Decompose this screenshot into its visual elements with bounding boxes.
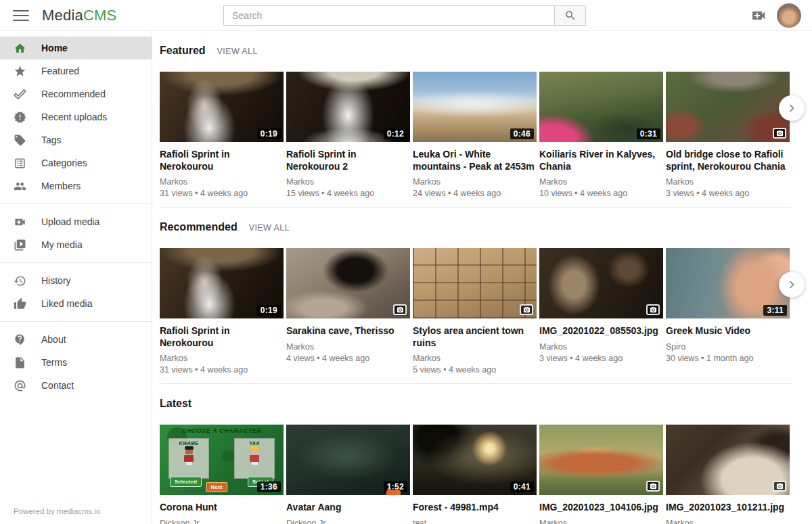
search-input[interactable]	[223, 5, 554, 26]
camera-icon	[773, 128, 786, 139]
media-card: Sarakina cave, TherissoMarkos4 views • 4…	[286, 248, 410, 375]
camera-icon	[773, 481, 786, 492]
sidebar-item-members[interactable]: Members	[0, 174, 152, 197]
media-author[interactable]: Markos	[286, 177, 410, 187]
media-author[interactable]: Markos	[286, 342, 410, 352]
media-thumbnail[interactable]: 0:46	[413, 72, 537, 142]
media-thumbnail[interactable]: 0:19	[160, 248, 284, 318]
media-meta: 10 views • 4 weeks ago	[539, 189, 663, 198]
upload-media-button[interactable]	[750, 7, 767, 24]
media-author[interactable]: Markos	[160, 177, 284, 187]
media-thumbnail[interactable]: 0:31	[539, 72, 663, 142]
media-title[interactable]: Greek Music Video	[666, 325, 790, 337]
media-thumbnail[interactable]: 0:19	[160, 72, 284, 142]
media-thumbnail[interactable]: 0:12	[286, 72, 410, 142]
media-title[interactable]: Corona Hunt	[160, 502, 284, 514]
view-all-link[interactable]: VIEW ALL	[249, 223, 290, 233]
sidebar-item-home[interactable]: Home	[0, 37, 152, 59]
media-title[interactable]: Stylos area ancient town ruins	[413, 325, 537, 349]
media-author[interactable]: test	[413, 519, 537, 524]
media-thumbnail[interactable]: 0:41	[413, 425, 537, 495]
media-author[interactable]: Markos	[539, 519, 663, 524]
sidebar-divider	[0, 321, 152, 322]
duration-badge: 0:19	[257, 128, 281, 139]
media-meta: 15 views • 4 weeks ago	[286, 189, 410, 198]
media-author[interactable]: Markos	[666, 519, 790, 524]
sidebar-item-recommended[interactable]: Recommended	[0, 82, 152, 105]
media-title[interactable]: Rafioli Sprint in Nerokourou	[160, 149, 284, 172]
media-title[interactable]: IMG_20201023_101211.jpg	[666, 502, 790, 514]
media-author[interactable]: Spiro	[666, 342, 790, 352]
chevron-right-icon	[784, 101, 799, 116]
media-title[interactable]: Koiliaris River in Kalyves, Chania	[539, 149, 663, 172]
game-character-sprite	[184, 448, 194, 465]
sidebar-item-label: Recent uploads	[41, 112, 107, 122]
media-author[interactable]: Markos	[666, 177, 790, 187]
hamburger-icon[interactable]	[13, 9, 29, 22]
view-all-link[interactable]: VIEW ALL	[217, 47, 258, 56]
media-author[interactable]: Markos	[413, 177, 537, 187]
sidebar-item-terms[interactable]: Terms	[0, 351, 152, 374]
sidebar-item-upload-media[interactable]: Upload media	[0, 210, 152, 233]
upload-media-icon	[14, 215, 27, 229]
media-card: 0:46Leuka Ori - White mountains - Peak a…	[413, 72, 537, 198]
media-title[interactable]: Forest - 49981.mp4	[413, 502, 537, 514]
sidebar-nav: HomeFeaturedRecommendedRecent uploadsTag…	[0, 37, 152, 397]
media-author[interactable]: Markos	[413, 354, 537, 363]
media-title[interactable]: Rafioli Sprint in Nerokourou	[160, 325, 284, 349]
sidebar-item-featured[interactable]: Featured	[0, 59, 152, 82]
home-icon	[14, 41, 27, 55]
brand-logo[interactable]: MediaCMS	[42, 7, 116, 24]
sidebar-item-about[interactable]: About	[0, 328, 152, 351]
video-upload-icon	[750, 7, 767, 24]
media-thumbnail[interactable]: CHOOSE A CHARACTERKWAMEYAASelectedNextSe…	[160, 425, 284, 495]
sidebar-item-my-media[interactable]: My media	[0, 233, 152, 256]
media-author[interactable]: Markos	[539, 177, 663, 187]
next-arrow-button[interactable]	[779, 272, 805, 297]
media-title[interactable]: Old bridge close to Rafioli sprint, Nero…	[666, 149, 790, 172]
duration-badge: 1:52	[384, 481, 407, 492]
media-meta: 4 views • 4 weeks ago	[286, 354, 410, 363]
media-card: IMG_20201023_101211.jpgMarkos4 views • 4…	[666, 425, 790, 524]
sidebar-item-contact[interactable]: Contact	[0, 374, 152, 397]
new-releases-icon	[14, 110, 27, 124]
media-title[interactable]: Leuka Ori - White mountains - Peak at 24…	[413, 149, 537, 172]
search-button[interactable]	[554, 5, 586, 26]
media-thumbnail[interactable]	[413, 248, 537, 318]
powered-by-link[interactable]: Powered by mediacms.io	[14, 507, 100, 515]
section-title: Featured	[160, 45, 206, 57]
media-thumbnail[interactable]	[539, 425, 663, 495]
media-author[interactable]: Dickson Jr.	[286, 519, 410, 524]
media-author[interactable]: Dickson Jr.	[160, 519, 284, 524]
media-title[interactable]: Sarakina cave, Therisso	[286, 325, 410, 337]
sidebar-item-categories[interactable]: Categories	[0, 151, 152, 174]
sidebar-item-history[interactable]: History	[0, 269, 152, 292]
media-title[interactable]: IMG_20201023_104106.jpg	[539, 502, 663, 514]
chevron-right-icon	[784, 277, 799, 292]
user-avatar[interactable]	[777, 3, 801, 28]
media-title[interactable]: Avatar Aang	[286, 502, 410, 514]
media-author[interactable]: Markos	[539, 342, 663, 352]
media-thumbnail[interactable]	[539, 248, 663, 318]
sidebar-item-liked-media[interactable]: Liked media	[0, 292, 152, 315]
media-author[interactable]: Markos	[160, 354, 284, 363]
media-thumbnail[interactable]	[286, 248, 410, 318]
next-arrow-button[interactable]	[779, 95, 805, 121]
media-title[interactable]: Rafioli Sprint in Nerokourou 2	[286, 149, 410, 172]
duration-badge: 0:46	[510, 128, 534, 139]
duration-badge: 1:36	[257, 481, 281, 492]
sidebar-item-label: Terms	[41, 357, 67, 368]
media-thumbnail[interactable]: 3:11	[666, 248, 790, 318]
section-header: Featured VIEW ALL	[160, 45, 792, 57]
sidebar: HomeFeaturedRecommendedRecent uploadsTag…	[0, 31, 152, 524]
media-thumbnail[interactable]: 1:52	[286, 425, 410, 495]
camera-icon	[646, 481, 660, 492]
card-row: 0:19Rafioli Sprint in NerokourouMarkos31…	[160, 72, 792, 198]
sidebar-item-tags[interactable]: Tags	[0, 128, 152, 151]
sidebar-item-recent-uploads[interactable]: Recent uploads	[0, 105, 152, 128]
media-thumbnail[interactable]	[666, 72, 790, 142]
media-thumbnail[interactable]	[666, 425, 790, 495]
media-title[interactable]: IMG_20201022_085503.jpg	[539, 325, 663, 337]
search-bar	[223, 5, 586, 26]
sidebar-item-label: History	[41, 275, 71, 286]
